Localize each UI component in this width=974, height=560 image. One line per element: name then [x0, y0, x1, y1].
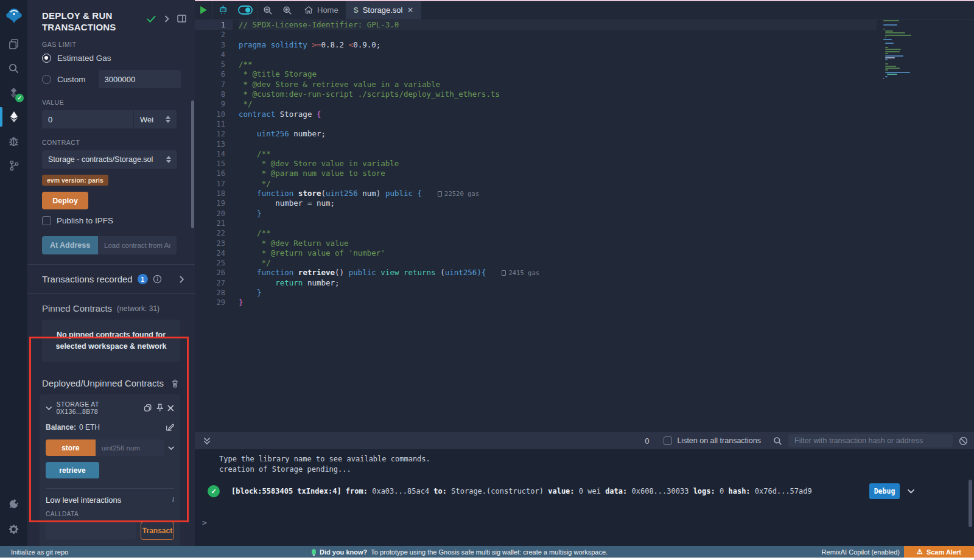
copilot-toggle[interactable] — [233, 1, 258, 19]
estimated-gas-radio[interactable] — [42, 54, 51, 63]
terminal-search-icon[interactable] — [773, 436, 782, 446]
zoom-in-icon[interactable] — [278, 1, 297, 19]
pin-icon[interactable] — [156, 404, 164, 412]
custom-gas-label: Custom — [57, 75, 86, 84]
status-bar: Initialize as git repo Did you know? To … — [0, 546, 974, 558]
panel-scrollbar[interactable] — [191, 100, 194, 228]
home-icon — [304, 6, 313, 14]
terminal-log: Type the library name to see available c… — [195, 449, 974, 475]
solidity-compiler-icon[interactable]: ✓ — [0, 80, 27, 105]
compile-success-badge: ✓ — [15, 94, 24, 102]
transactions-count-badge: 1 — [138, 274, 148, 284]
value-unit-select[interactable]: Wei — [133, 110, 177, 128]
debugger-icon[interactable] — [0, 129, 27, 153]
panel-layout-icon[interactable] — [177, 15, 186, 23]
zoom-out-icon[interactable] — [258, 1, 278, 19]
workspace-icon[interactable] — [0, 32, 27, 56]
ai-copilot-robot-icon[interactable] — [213, 1, 233, 19]
listen-label: Listen on all transactions — [677, 436, 761, 445]
listen-checkbox[interactable] — [664, 436, 672, 445]
tx-expand-chevron-icon[interactable] — [907, 489, 915, 494]
debug-button[interactable]: Debug — [869, 483, 900, 499]
did-you-know-tip: Did you know? To prototype using the Gno… — [312, 548, 608, 556]
terminal-body[interactable]: Type the library name to see available c… — [195, 449, 974, 546]
deploy-button[interactable]: Deploy — [42, 192, 88, 209]
active-indicator — [0, 107, 2, 127]
info-i-icon[interactable]: i — [172, 495, 174, 505]
run-script-button[interactable] — [195, 1, 212, 19]
tx-success-icon: ✓ — [208, 485, 220, 497]
transaction-filter-input[interactable] — [788, 434, 953, 447]
gutter: 1234567891011121314151617181920212223242… — [195, 20, 233, 308]
deploy-run-panel: DEPLOY & RUN TRANSACTIONS GAS LIMIT Esti… — [27, 0, 195, 546]
custom-gas-radio[interactable] — [42, 75, 51, 84]
publish-ipfs-checkbox[interactable] — [42, 216, 51, 225]
code-editor[interactable]: 1234567891011121314151617181920212223242… — [195, 20, 974, 432]
custom-gas-input[interactable] — [99, 70, 181, 88]
calldata-label: CALLDATA — [46, 511, 174, 517]
close-icon[interactable] — [167, 405, 174, 411]
retrieve-function-button[interactable]: retrieve — [46, 462, 99, 478]
trash-icon[interactable] — [171, 379, 179, 388]
transact-button[interactable]: Transact — [141, 522, 174, 540]
deployed-contract-card: STORAGE AT 0X136...8B78 Balance: 0 ETH s… — [40, 394, 180, 547]
info-icon[interactable] — [153, 275, 162, 284]
settings-gear-icon[interactable] — [0, 517, 27, 541]
copy-icon[interactable] — [144, 404, 152, 412]
value-input[interactable] — [42, 110, 133, 128]
terminal: 0 Listen on all transactions Type the li… — [195, 432, 974, 546]
scam-alert-button[interactable]: ⚠ Scam Alert — [904, 546, 974, 558]
panel-title: DEPLOY & RUN TRANSACTIONS — [42, 10, 145, 33]
clear-filter-ban-icon[interactable] — [959, 436, 968, 446]
pin-panel-icon[interactable] — [164, 15, 169, 23]
collapse-chevron-icon[interactable] — [46, 406, 52, 410]
collapse-terminal-icon[interactable] — [203, 437, 211, 445]
expand-chevron-icon[interactable] — [179, 276, 184, 283]
terminal-header: 0 Listen on all transactions — [195, 432, 974, 449]
window-top-edge — [195, 0, 974, 1]
transaction-row[interactable]: ✓ [block:5583405 txIndex:4] from: 0xa03.… — [195, 483, 974, 499]
at-address-input[interactable] — [98, 236, 177, 254]
no-pinned-contracts-message: No pinned contracts found for selected w… — [42, 320, 180, 362]
expand-args-chevron-icon[interactable] — [168, 446, 174, 450]
low-level-interactions-title: Low level interactions — [46, 495, 121, 505]
calldata-input[interactable] — [46, 522, 136, 539]
copilot-status[interactable]: RemixAI Copilot (enabled) — [822, 548, 900, 556]
tab-storage-sol[interactable]: S Storage.sol ✕ — [346, 1, 421, 19]
code-lines: // SPDX-License-Identifier: GPL-3.0pragm… — [239, 20, 877, 308]
store-arg-input[interactable] — [96, 439, 164, 456]
at-address-button[interactable]: At Address — [42, 236, 98, 254]
estimated-gas-label: Estimated Gas — [57, 54, 111, 63]
pending-tx-count: 0 — [645, 436, 649, 446]
deployed-contracts-title: Deployed/Unpinned Contracts — [42, 378, 164, 388]
listen-all-transactions-row[interactable]: Listen on all transactions — [664, 436, 761, 445]
plugin-manager-icon[interactable] — [0, 492, 27, 517]
remix-logo-icon[interactable] — [0, 0, 27, 32]
transactions-recorded-row[interactable]: Transactions recorded 1 — [27, 265, 195, 293]
contract-select[interactable]: Storage - contracts/Storage.sol — [42, 150, 177, 169]
value-label: VALUE — [42, 99, 177, 106]
close-tab-icon[interactable]: ✕ — [407, 5, 413, 15]
network-note: (network: 31) — [117, 304, 159, 313]
edit-icon[interactable] — [166, 423, 174, 432]
balance-value: 0 ETH — [79, 423, 100, 432]
evm-version-badge: evm version: paris — [42, 175, 108, 186]
publish-ipfs-row[interactable]: Publish to IPFS — [42, 216, 177, 225]
store-function-button[interactable]: store — [46, 439, 96, 456]
terminal-prompt[interactable]: > — [202, 518, 207, 527]
search-icon[interactable] — [0, 56, 27, 80]
tx-summary: [block:5583405 txIndex:4] from: 0xa03...… — [231, 487, 864, 495]
deploy-run-icon[interactable] — [0, 105, 27, 129]
contract-selected-label: Storage - contracts/Storage.sol — [48, 155, 153, 164]
gas-limit-label: GAS LIMIT — [42, 41, 177, 48]
terminal-scrollbar[interactable] — [969, 480, 972, 527]
balance-label: Balance: — [46, 423, 76, 432]
git-init-button[interactable]: Initialize as git repo — [11, 548, 68, 556]
contract-instance-label[interactable]: STORAGE AT 0X136...8B78 — [57, 401, 140, 415]
estimated-gas-radio-row[interactable]: Estimated Gas — [42, 54, 177, 63]
minimap[interactable] — [883, 20, 922, 80]
tab-home[interactable]: Home — [297, 1, 346, 19]
git-icon[interactable] — [0, 153, 27, 178]
env-ok-check-icon — [147, 15, 156, 23]
publish-ipfs-label: Publish to IPFS — [57, 216, 113, 225]
